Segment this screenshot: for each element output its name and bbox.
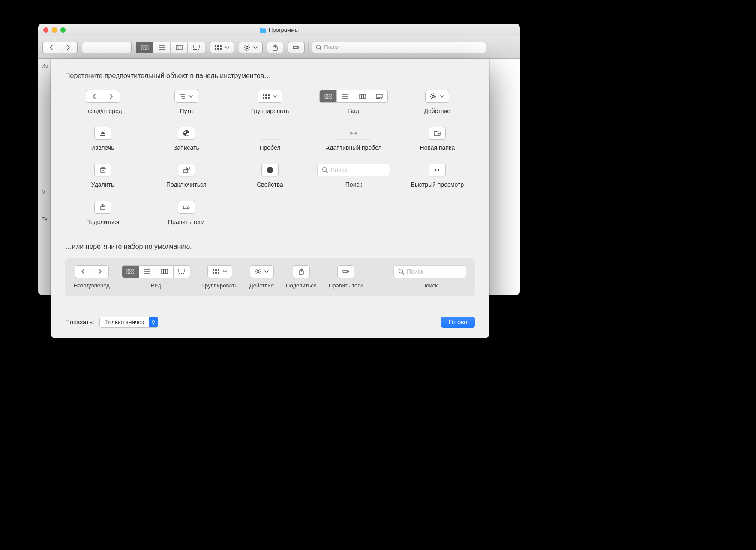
view-switcher: [136, 42, 205, 53]
search-field-preview: Поиск: [317, 164, 390, 176]
customize-toolbar-sheet: Перетяните предпочтительный объект в пан…: [51, 59, 489, 338]
forward-icon: [103, 90, 120, 103]
gallery-view-button[interactable]: [188, 42, 205, 53]
default-group: Группировать: [202, 265, 237, 290]
forward-button[interactable]: [60, 42, 77, 53]
toolbar-palette: Назад/вперед Путь Группировать Вид: [65, 90, 475, 226]
palette-path[interactable]: Путь: [149, 90, 224, 115]
chevron-down-icon: [273, 94, 278, 99]
palette-share[interactable]: Поделиться: [65, 201, 140, 226]
palette-new-folder[interactable]: Новая папка: [400, 127, 475, 152]
space-icon: [260, 127, 280, 140]
group-menu[interactable]: [210, 42, 234, 53]
gear-icon: [430, 93, 437, 100]
window-controls: [38, 27, 66, 33]
minimize-button[interactable]: [52, 27, 57, 33]
path-icon: [179, 93, 186, 99]
action-menu[interactable]: [239, 42, 263, 53]
done-button[interactable]: Готово: [441, 317, 475, 328]
default-set-heading: …или перетяните набор по умолчанию.: [65, 243, 475, 251]
folder-icon: [259, 27, 266, 33]
palette-tags[interactable]: Править теги: [149, 201, 224, 226]
palette-flexible-space[interactable]: Адаптивный пробел: [316, 127, 391, 152]
default-search: Поиск Поиск: [393, 265, 466, 290]
toolbar-separator: [308, 42, 309, 54]
forward-icon: [92, 265, 109, 278]
chevron-down-icon: [225, 45, 230, 50]
new-folder-icon: [434, 130, 441, 137]
tag-icon: [183, 204, 190, 210]
palette-quick-look[interactable]: Быстрый просмотр: [400, 164, 475, 188]
palette-view[interactable]: Вид: [316, 90, 391, 115]
grid-icon: [214, 45, 222, 50]
select-arrows-icon: [149, 317, 158, 327]
titlebar[interactable]: Программы: [38, 24, 520, 36]
show-label: Показать:: [65, 318, 94, 326]
palette-eject[interactable]: Извлечь: [65, 127, 140, 152]
search-input[interactable]: [324, 44, 482, 51]
search-field[interactable]: [312, 42, 486, 53]
tags-button[interactable]: [288, 42, 305, 53]
show-mode-select[interactable]: Только значок: [99, 317, 158, 328]
back-icon: [75, 265, 92, 278]
zoom-button[interactable]: [60, 27, 66, 33]
palette-delete[interactable]: Удалить: [65, 164, 140, 188]
info-icon: [267, 167, 273, 173]
chevron-down-icon: [189, 94, 194, 99]
sheet-heading: Перетяните предпочтительный объект в пан…: [65, 72, 475, 80]
window-title: Программы: [38, 24, 520, 36]
nav-back-forward: [42, 42, 78, 53]
column-view-button[interactable]: [171, 42, 188, 53]
toolbar: [38, 36, 520, 59]
close-button[interactable]: [43, 27, 48, 33]
trash-icon: [99, 167, 106, 173]
tag-icon: [292, 45, 300, 51]
share-icon: [99, 204, 106, 211]
gear-icon: [243, 44, 250, 51]
palette-get-info[interactable]: Свойства: [232, 164, 307, 188]
column-view-icon: [354, 90, 371, 103]
connect-icon: [183, 167, 190, 173]
icon-view-button[interactable]: [136, 42, 153, 53]
list-view-icon: [336, 90, 354, 103]
palette-space[interactable]: Пробел: [232, 127, 307, 152]
share-button[interactable]: [267, 42, 283, 53]
chevron-down-icon: [253, 45, 258, 50]
palette-search[interactable]: Поиск Поиск: [316, 164, 391, 188]
flexible-space-icon: [350, 130, 357, 136]
search-icon: [322, 167, 328, 173]
default-share: Поделиться: [286, 265, 317, 290]
path-button[interactable]: [82, 42, 132, 53]
default-view: Вид: [122, 265, 190, 290]
gallery-view-icon: [371, 90, 388, 103]
palette-back-forward[interactable]: Назад/вперед: [65, 90, 140, 115]
search-icon: [316, 45, 321, 51]
default-back-forward: Назад/вперед: [74, 265, 110, 290]
back-icon: [86, 90, 103, 103]
sheet-footer: Показать: Только значок Готово: [65, 307, 475, 328]
back-button[interactable]: [43, 42, 60, 53]
burn-icon: [183, 130, 190, 137]
default-action: Действие: [249, 265, 274, 290]
eye-icon: [434, 167, 441, 173]
palette-burn[interactable]: Записать: [149, 127, 224, 152]
chevron-down-icon: [439, 94, 444, 99]
palette-group[interactable]: Группировать: [232, 90, 307, 115]
palette-action[interactable]: Действие: [400, 90, 475, 115]
share-icon: [272, 44, 279, 51]
icon-view-icon: [319, 90, 336, 103]
window-title-text: Программы: [269, 27, 299, 33]
default-tags: Править теги: [329, 265, 363, 290]
eject-icon: [99, 130, 106, 137]
default-toolbar-set[interactable]: Назад/вперед Вид Группировать Действие П…: [65, 258, 475, 296]
palette-connect[interactable]: Подключиться: [149, 164, 224, 188]
grid-icon: [262, 94, 270, 99]
list-view-button[interactable]: [153, 42, 171, 53]
